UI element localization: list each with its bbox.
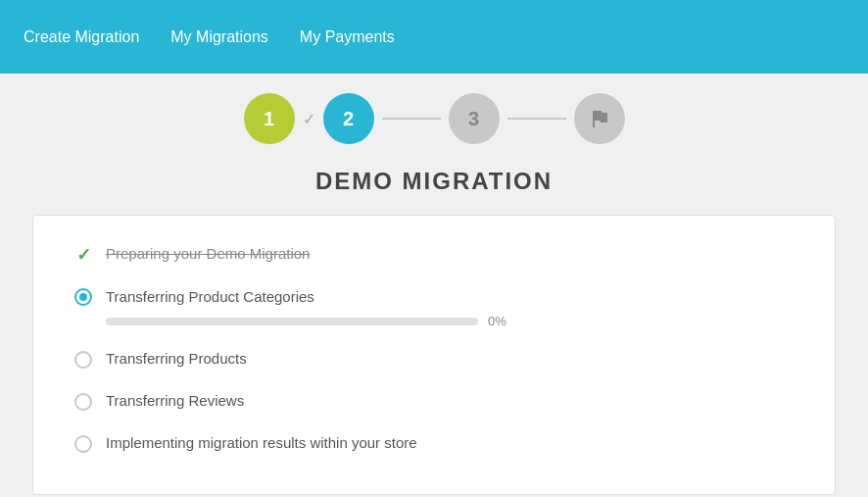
migration-card: ✓ Preparing your Demo Migration Transfer… [32,215,836,495]
implement-label: Implementing migration results within yo… [106,432,417,454]
progress-row: 0% [106,314,506,328]
step-1: 1 [244,93,295,144]
flag-icon [588,107,611,130]
nav-my-payments[interactable]: My Payments [300,28,395,46]
header: Create Migration My Migrations My Paymen… [0,0,868,74]
step-connector-2 [374,118,449,120]
page-title: DEMO MIGRATION [315,168,553,195]
step-connector-3 [500,118,574,120]
inactive-circle-icon-1 [72,349,94,371]
step-connector-1: ✓ [295,110,323,128]
connector-line [382,118,441,120]
prepare-label: Preparing your Demo Migration [106,243,310,265]
inactive-circle-icon-3 [72,433,94,455]
nav-my-migrations[interactable]: My Migrations [170,28,268,46]
migration-item-implement: Implementing migration results within yo… [72,432,796,455]
inactive-circle-icon-2 [72,391,94,413]
products-label: Transferring Products [106,348,247,370]
migration-item-products: Transferring Products [72,348,796,371]
active-circle-icon [72,286,94,308]
stepper: 1 ✓ 2 3 [244,93,625,144]
migration-item-prepare: ✓ Preparing your Demo Migration [72,243,796,266]
migration-item-reviews: Transferring Reviews [72,390,796,413]
progress-percent: 0% [488,314,506,328]
step-3: 3 [449,93,500,144]
nav-create-migration[interactable]: Create Migration [24,28,139,46]
categories-label: Transferring Product Categories [106,286,314,308]
reviews-label: Transferring Reviews [106,390,244,412]
progress-bar [106,318,478,325]
main-content: 1 ✓ 2 3 DEMO MIGRATION ✓ [0,74,868,497]
connector-line-2 [507,118,566,120]
step-2: 2 [323,93,374,144]
categories-top: Transferring Product Categories [72,285,314,308]
step-flag [574,93,625,144]
migration-item-categories: Transferring Product Categories 0% [72,285,796,328]
checkmark-icon: ✓ [303,110,315,128]
check-icon: ✓ [72,244,94,266]
